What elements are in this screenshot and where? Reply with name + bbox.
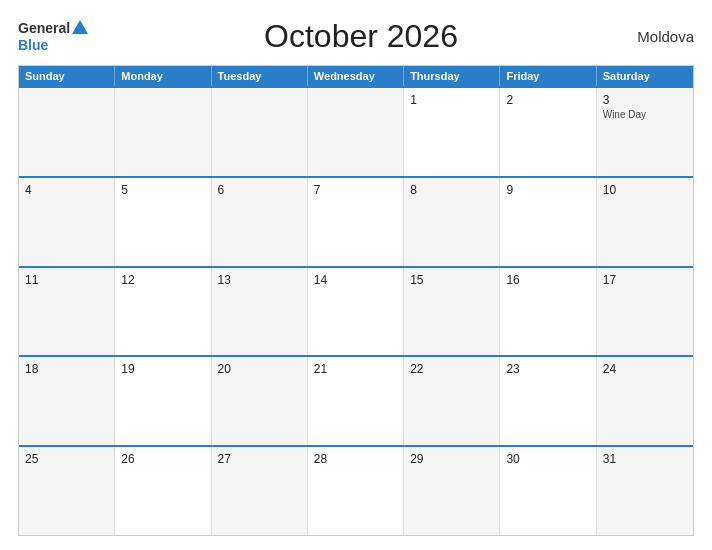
day-number: 1 bbox=[410, 93, 493, 107]
day-number: 29 bbox=[410, 452, 493, 466]
day-cell bbox=[212, 88, 308, 176]
day-cell-29: 29 bbox=[404, 447, 500, 535]
day-cell bbox=[19, 88, 115, 176]
day-number: 20 bbox=[218, 362, 301, 376]
day-cell-6: 6 bbox=[212, 178, 308, 266]
day-number: 4 bbox=[25, 183, 108, 197]
day-cell-5: 5 bbox=[115, 178, 211, 266]
day-number: 8 bbox=[410, 183, 493, 197]
day-cell-11: 11 bbox=[19, 268, 115, 356]
day-cell-21: 21 bbox=[308, 357, 404, 445]
day-cell-15: 15 bbox=[404, 268, 500, 356]
logo-triangle-icon bbox=[72, 20, 88, 34]
day-cell-28: 28 bbox=[308, 447, 404, 535]
day-number: 16 bbox=[506, 273, 589, 287]
day-number: 30 bbox=[506, 452, 589, 466]
header-sunday: Sunday bbox=[19, 66, 115, 86]
day-number: 14 bbox=[314, 273, 397, 287]
logo-general-text: General bbox=[18, 20, 70, 36]
day-number: 2 bbox=[506, 93, 589, 107]
day-cell-3: 3 Wine Day bbox=[597, 88, 693, 176]
week-row-1: 1 2 3 Wine Day bbox=[19, 86, 693, 176]
day-cell-8: 8 bbox=[404, 178, 500, 266]
day-cell-10: 10 bbox=[597, 178, 693, 266]
day-number: 24 bbox=[603, 362, 687, 376]
week-row-5: 25 26 27 28 29 30 31 bbox=[19, 445, 693, 535]
day-cell-27: 27 bbox=[212, 447, 308, 535]
calendar: Sunday Monday Tuesday Wednesday Thursday… bbox=[18, 65, 694, 536]
day-cell-2: 2 bbox=[500, 88, 596, 176]
day-cell-9: 9 bbox=[500, 178, 596, 266]
day-cell-17: 17 bbox=[597, 268, 693, 356]
day-number: 10 bbox=[603, 183, 687, 197]
day-cell-31: 31 bbox=[597, 447, 693, 535]
logo-block: General Blue bbox=[18, 20, 108, 54]
day-number: 18 bbox=[25, 362, 108, 376]
day-cell-16: 16 bbox=[500, 268, 596, 356]
header-monday: Monday bbox=[115, 66, 211, 86]
day-number: 19 bbox=[121, 362, 204, 376]
day-cell-14: 14 bbox=[308, 268, 404, 356]
day-cell-20: 20 bbox=[212, 357, 308, 445]
logo-bottom-row: Blue bbox=[18, 36, 48, 54]
day-cell-23: 23 bbox=[500, 357, 596, 445]
day-cell bbox=[308, 88, 404, 176]
header-thursday: Thursday bbox=[404, 66, 500, 86]
day-cell-12: 12 bbox=[115, 268, 211, 356]
day-number: 28 bbox=[314, 452, 397, 466]
header-wednesday: Wednesday bbox=[308, 66, 404, 86]
day-number: 6 bbox=[218, 183, 301, 197]
day-cell-7: 7 bbox=[308, 178, 404, 266]
header-tuesday: Tuesday bbox=[212, 66, 308, 86]
day-number: 21 bbox=[314, 362, 397, 376]
day-number: 7 bbox=[314, 183, 397, 197]
day-number: 5 bbox=[121, 183, 204, 197]
day-cell-30: 30 bbox=[500, 447, 596, 535]
day-cell-24: 24 bbox=[597, 357, 693, 445]
day-cell-25: 25 bbox=[19, 447, 115, 535]
week-row-3: 11 12 13 14 15 16 17 bbox=[19, 266, 693, 356]
weeks-container: 1 2 3 Wine Day 4 5 6 bbox=[19, 86, 693, 535]
country-label: Moldova bbox=[614, 28, 694, 45]
day-number: 3 bbox=[603, 93, 687, 107]
page: General Blue October 2026 Moldova Sunday… bbox=[0, 0, 712, 550]
day-cell-18: 18 bbox=[19, 357, 115, 445]
day-number: 17 bbox=[603, 273, 687, 287]
day-number: 23 bbox=[506, 362, 589, 376]
event-wine-day: Wine Day bbox=[603, 109, 687, 121]
day-number: 15 bbox=[410, 273, 493, 287]
day-number: 25 bbox=[25, 452, 108, 466]
week-row-4: 18 19 20 21 22 23 24 bbox=[19, 355, 693, 445]
day-number: 13 bbox=[218, 273, 301, 287]
day-number: 26 bbox=[121, 452, 204, 466]
day-cell-22: 22 bbox=[404, 357, 500, 445]
day-number: 9 bbox=[506, 183, 589, 197]
day-cell-19: 19 bbox=[115, 357, 211, 445]
day-cell bbox=[115, 88, 211, 176]
header-saturday: Saturday bbox=[597, 66, 693, 86]
day-cell-1: 1 bbox=[404, 88, 500, 176]
day-number: 22 bbox=[410, 362, 493, 376]
header: General Blue October 2026 Moldova bbox=[18, 18, 694, 55]
day-number: 12 bbox=[121, 273, 204, 287]
day-cell-13: 13 bbox=[212, 268, 308, 356]
logo-blue-text: Blue bbox=[18, 37, 48, 53]
day-number: 31 bbox=[603, 452, 687, 466]
week-row-2: 4 5 6 7 8 9 10 bbox=[19, 176, 693, 266]
day-number: 11 bbox=[25, 273, 108, 287]
day-cell-26: 26 bbox=[115, 447, 211, 535]
header-friday: Friday bbox=[500, 66, 596, 86]
calendar-title: October 2026 bbox=[108, 18, 614, 55]
day-cell-4: 4 bbox=[19, 178, 115, 266]
day-headers-row: Sunday Monday Tuesday Wednesday Thursday… bbox=[19, 66, 693, 86]
day-number: 27 bbox=[218, 452, 301, 466]
logo-top-row: General bbox=[18, 20, 88, 36]
